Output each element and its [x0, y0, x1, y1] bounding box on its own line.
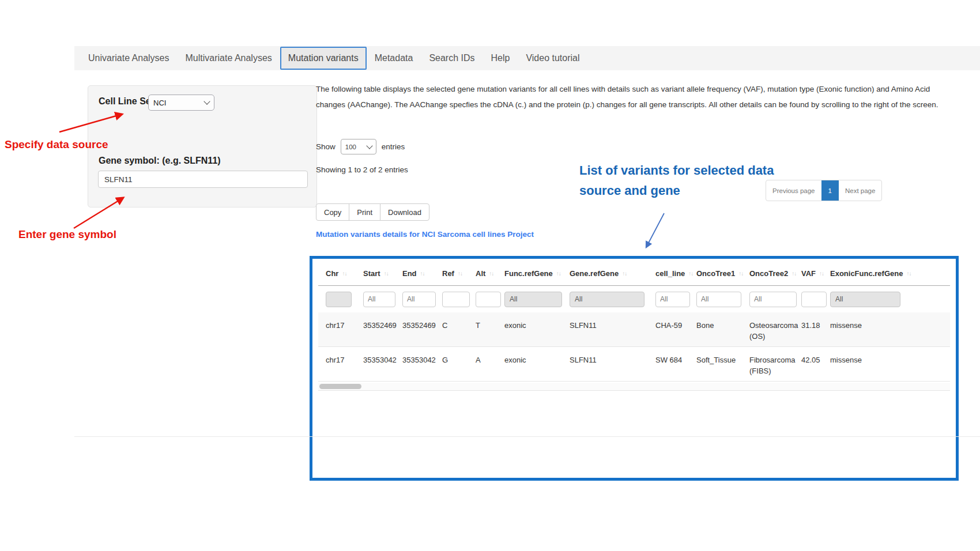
- column-header-label: Ref: [442, 269, 454, 278]
- sort-icon[interactable]: ↑↓: [688, 270, 693, 277]
- download-button[interactable]: Download: [380, 203, 429, 221]
- column-header[interactable]: Func.refGene ↑↓: [504, 261, 570, 285]
- table-cell: A: [476, 347, 504, 381]
- column-filter-input[interactable]: [402, 292, 436, 307]
- column-filter-input[interactable]: [696, 292, 741, 307]
- column-header[interactable]: Start ↑↓: [363, 261, 402, 285]
- entries-label: entries: [382, 142, 405, 151]
- table-cell: Fibrosarcoma (FIBS): [749, 347, 801, 381]
- show-label: Show: [316, 142, 336, 151]
- tab-label: Multivariate Analyses: [186, 53, 272, 63]
- table-cell: T: [476, 312, 504, 346]
- column-filter-select[interactable]: [326, 292, 352, 307]
- horizontal-scrollbar[interactable]: [318, 383, 950, 391]
- tab-label: Mutation variants: [288, 53, 359, 63]
- column-filter-select[interactable]: All: [504, 292, 562, 307]
- column-header[interactable]: Alt ↑↓: [476, 261, 504, 285]
- column-filter-input[interactable]: [749, 292, 797, 307]
- column-header[interactable]: Chr ↑↓: [326, 261, 363, 285]
- tab[interactable]: Mutation variants: [280, 47, 367, 70]
- tab[interactable]: Video tutorial: [518, 46, 587, 70]
- table-body: chr173535246935352469CTexonicSLFN11CHA-5…: [318, 312, 950, 382]
- table-cell: exonic: [504, 347, 570, 381]
- table-cell: 35353042: [402, 347, 442, 381]
- chevron-down-icon: [203, 98, 210, 104]
- sort-icon[interactable]: ↑↓: [489, 270, 493, 277]
- table-cell: Soft_Tissue: [696, 347, 749, 381]
- column-header-label: OncoTree1: [696, 269, 735, 278]
- column-header-label: Alt: [476, 269, 485, 278]
- table-cell: chr17: [326, 347, 363, 381]
- column-header[interactable]: Gene.refGene ↑↓: [570, 261, 655, 285]
- pagination: Previous page 1 Next page: [766, 180, 882, 201]
- next-page-button[interactable]: Next page: [839, 180, 881, 201]
- table-cell: CHA-59: [655, 312, 696, 346]
- annotation-list-of-variants: List of variants for selected data sourc…: [579, 160, 774, 201]
- column-header-label: OncoTree2: [749, 269, 788, 278]
- column-header-label: Func.refGene: [504, 269, 553, 278]
- print-button[interactable]: Print: [349, 203, 380, 221]
- sort-icon[interactable]: ↑↓: [556, 270, 561, 277]
- sort-icon[interactable]: ↑↓: [458, 270, 462, 277]
- sort-icon[interactable]: ↑↓: [819, 270, 824, 277]
- column-header[interactable]: End ↑↓: [402, 261, 442, 285]
- tab[interactable]: Help: [483, 46, 518, 70]
- column-header[interactable]: OncoTree2 ↑↓: [749, 261, 801, 285]
- column-filter-input[interactable]: [363, 292, 395, 307]
- table-cell: chr17: [326, 312, 363, 346]
- sort-icon[interactable]: ↑↓: [420, 270, 425, 277]
- tab[interactable]: Search IDs: [421, 46, 483, 70]
- annotation-enter-gene-symbol: Enter gene symbol: [18, 228, 116, 241]
- column-filter-input[interactable]: [442, 292, 470, 307]
- cell-line-set-select[interactable]: NCI: [148, 95, 214, 111]
- table-cell: 35352469: [363, 312, 402, 346]
- table-cell: Bone: [696, 312, 749, 346]
- sort-icon[interactable]: ↑↓: [622, 270, 627, 277]
- copy-button[interactable]: Copy: [316, 203, 349, 221]
- export-button-group: Copy Print Download: [316, 203, 429, 221]
- column-header-label: Chr: [326, 269, 338, 278]
- column-header[interactable]: VAF ↑↓: [801, 261, 830, 285]
- table-description: The following table displays the selecte…: [316, 81, 957, 112]
- scrollbar-thumb[interactable]: [319, 384, 361, 389]
- table-cell: 31.18: [801, 312, 830, 346]
- sort-icon[interactable]: ↑↓: [738, 270, 743, 277]
- current-page-button[interactable]: 1: [821, 180, 839, 201]
- table-row[interactable]: chr173535304235353042GAexonicSLFN11SW 68…: [318, 347, 950, 382]
- column-header[interactable]: ExonicFunc.refGene ↑↓: [830, 261, 950, 285]
- tab[interactable]: Multivariate Analyses: [178, 46, 280, 70]
- tab-label: Search IDs: [429, 53, 474, 63]
- column-filter-input[interactable]: [655, 292, 690, 307]
- previous-page-button[interactable]: Previous page: [766, 180, 821, 201]
- tab-label: Video tutorial: [526, 53, 579, 63]
- column-filter-input[interactable]: [476, 292, 501, 307]
- entries-per-page-select[interactable]: 100: [341, 139, 376, 154]
- sort-icon[interactable]: ↑↓: [342, 270, 346, 277]
- table-cell: 42.05: [801, 347, 830, 381]
- cell-line-set-value: NCI: [153, 99, 166, 107]
- tab[interactable]: Metadata: [367, 46, 421, 70]
- list-of-variants-arrow: [646, 213, 664, 247]
- column-filter-input[interactable]: [801, 292, 827, 307]
- column-filter-select[interactable]: All: [830, 292, 900, 307]
- table-cell: G: [442, 347, 476, 381]
- gene-symbol-input[interactable]: [98, 171, 308, 188]
- table-cell: SLFN11: [570, 347, 655, 381]
- table-cell: 35353042: [363, 347, 402, 381]
- table-cell: exonic: [504, 312, 570, 346]
- column-header[interactable]: Ref ↑↓: [442, 261, 476, 285]
- table-row[interactable]: chr173535246935352469CTexonicSLFN11CHA-5…: [318, 312, 950, 347]
- column-header[interactable]: cell_line ↑↓: [655, 261, 696, 285]
- table-cell: SLFN11: [570, 312, 655, 346]
- tab[interactable]: Univariate Analyses: [80, 46, 178, 70]
- sort-icon[interactable]: ↑↓: [906, 270, 911, 277]
- table-header-row: Chr ↑↓ Start ↑↓ End ↑↓ Ref ↑↓ Alt ↑↓ Fun…: [318, 261, 950, 286]
- annotation-specify-data-source: Specify data source: [5, 138, 108, 151]
- table-filter-row: AllAllAll: [318, 286, 950, 312]
- sort-icon[interactable]: ↑↓: [384, 270, 389, 277]
- column-filter-select[interactable]: All: [570, 292, 644, 307]
- table-cell: SW 684: [655, 347, 696, 381]
- table-caption-link[interactable]: Mutation variants details for NCI Sarcom…: [316, 230, 534, 239]
- column-header[interactable]: OncoTree1 ↑↓: [696, 261, 749, 285]
- sort-icon[interactable]: ↑↓: [791, 270, 796, 277]
